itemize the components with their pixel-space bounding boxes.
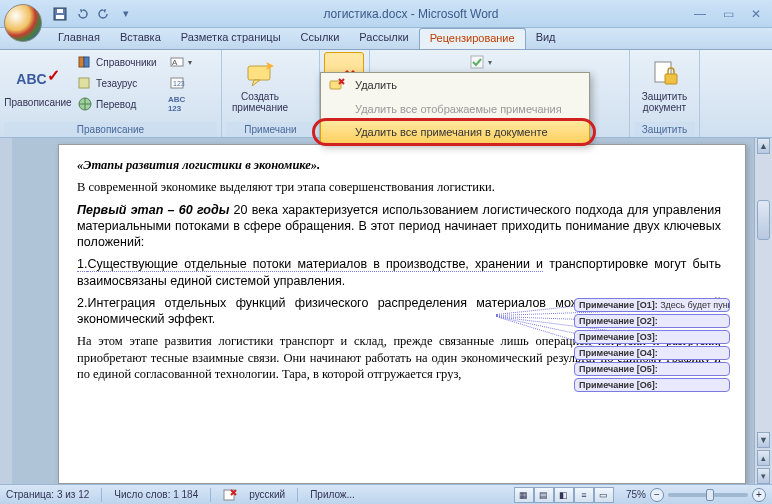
view-draft[interactable]: ▭: [594, 487, 614, 503]
balloon-1[interactable]: Примечание [О1]: Здесь будет пункт 1: [574, 298, 730, 312]
scroll-thumb[interactable]: [757, 200, 770, 240]
doc-p1: В современной экономике выделяют три эта…: [77, 179, 721, 195]
doc-p2: Первый этап – 60 годы 20 века характериз…: [77, 202, 721, 251]
group-comments: Создать примечание Примечани: [222, 50, 320, 137]
status-page[interactable]: Страница: 3 из 12: [6, 489, 89, 500]
zoom-control: 75% − +: [626, 488, 766, 502]
tab-review[interactable]: Рецензирование: [419, 28, 526, 49]
balloon-5[interactable]: Примечание [О5]:: [574, 362, 730, 376]
language-icon: A: [169, 54, 185, 70]
qat-dropdown-icon[interactable]: ▾: [118, 6, 134, 22]
scroll-down-icon[interactable]: ▼: [757, 432, 770, 448]
undo-icon[interactable]: [74, 6, 90, 22]
translate-button[interactable]: Перевод: [74, 94, 160, 114]
menu-delete-all-label: Удалить все примечания в документе: [355, 126, 548, 138]
group-protect: Защитить документ Защитить: [630, 50, 700, 137]
thesaurus-icon: [77, 75, 93, 91]
office-button[interactable]: [4, 4, 42, 42]
svg-rect-3: [79, 57, 84, 67]
minimize-button[interactable]: —: [688, 5, 712, 23]
tab-home[interactable]: Главная: [48, 28, 110, 49]
tab-mailings[interactable]: Рассылки: [349, 28, 418, 49]
view-buttons: ▦ ▤ ◧ ≡ ▭: [514, 487, 614, 503]
accept-icon: [469, 54, 485, 70]
balloon-3[interactable]: Примечание [О3]:: [574, 330, 730, 344]
spellcheck-icon: ABC✓: [22, 63, 54, 95]
close-button[interactable]: ✕: [744, 5, 768, 23]
document-area: «Этапы развития логистики в экономике». …: [0, 138, 772, 484]
svg-rect-5: [79, 78, 89, 88]
group-label-protect: Защитить: [634, 122, 695, 137]
page-container: «Этапы развития логистики в экономике». …: [12, 138, 754, 484]
menu-delete-shown-label: Удалить все отображаемые примечания: [355, 103, 562, 115]
svg-rect-17: [471, 56, 483, 68]
status-bar: Страница: 3 из 12 Число слов: 1 184 русс…: [0, 484, 772, 504]
accept-button[interactable]: ▾: [466, 52, 495, 72]
tab-references[interactable]: Ссылки: [291, 28, 350, 49]
svg-rect-2: [57, 9, 63, 13]
tab-layout[interactable]: Разметка страницы: [171, 28, 291, 49]
svg-rect-23: [330, 81, 341, 89]
lock-icon: [649, 57, 681, 89]
protect-button[interactable]: Защитить документ: [634, 52, 695, 118]
zoom-thumb[interactable]: [706, 489, 714, 501]
prev-page-icon[interactable]: ▴: [757, 450, 770, 466]
set-language-button[interactable]: A▾: [166, 52, 195, 72]
menu-delete-label: Удалить: [355, 79, 397, 91]
quick-access-toolbar: ▾: [52, 6, 134, 22]
doc-li1: 1.Существующие отдельные потоки материал…: [77, 256, 721, 289]
svg-text:A: A: [172, 58, 178, 67]
group-label-comments: Примечани: [226, 122, 315, 137]
menu-delete-all[interactable]: Удалить все примечания в документе: [320, 120, 590, 144]
svg-rect-1: [56, 15, 64, 19]
maximize-button[interactable]: ▭: [716, 5, 740, 23]
zoom-out-button[interactable]: −: [650, 488, 664, 502]
spelling-button[interactable]: ABC✓ Правописание: [4, 52, 72, 118]
ribbon-tabs: Главная Вставка Разметка страницы Ссылки…: [0, 28, 772, 50]
balloon-pane: Примечание [О1]: Здесь будет пункт 1 При…: [574, 298, 730, 394]
delete-comment-menu: Удалить Удалить все отображаемые примеча…: [320, 72, 590, 144]
left-margin: [0, 138, 12, 484]
book-icon: [77, 54, 93, 70]
status-insert[interactable]: Прилож...: [310, 489, 355, 500]
tab-insert[interactable]: Вставка: [110, 28, 171, 49]
next-page-icon[interactable]: ▾: [757, 468, 770, 484]
research-button[interactable]: Справочники: [74, 52, 160, 72]
translate-icon: [77, 96, 93, 112]
save-icon[interactable]: [52, 6, 68, 22]
view-web[interactable]: ◧: [554, 487, 574, 503]
status-proof-icon[interactable]: [223, 488, 237, 502]
abc-button[interactable]: ABC123: [166, 94, 195, 114]
vertical-scrollbar[interactable]: ▲ ▼ ▴ ▾: [754, 138, 772, 484]
balloon-2[interactable]: Примечание [О2]:: [574, 314, 730, 328]
status-words[interactable]: Число слов: 1 184: [114, 489, 198, 500]
doc-heading: «Этапы развития логистики в экономике».: [77, 157, 721, 173]
svg-rect-11: [248, 66, 270, 80]
zoom-in-button[interactable]: +: [752, 488, 766, 502]
zoom-value[interactable]: 75%: [626, 489, 646, 500]
view-fullscreen[interactable]: ▤: [534, 487, 554, 503]
svg-rect-22: [665, 74, 677, 84]
thesaurus-button[interactable]: Тезаурус: [74, 73, 160, 93]
word-count-button[interactable]: 123: [166, 73, 195, 93]
wordcount-icon: 123: [169, 75, 185, 91]
status-lang[interactable]: русский: [249, 489, 285, 500]
svg-rect-4: [84, 57, 89, 67]
view-outline[interactable]: ≡: [574, 487, 594, 503]
view-print-layout[interactable]: ▦: [514, 487, 534, 503]
group-label-proofing: Правописание: [4, 122, 217, 137]
tab-view[interactable]: Вид: [526, 28, 566, 49]
scroll-up-icon[interactable]: ▲: [757, 138, 770, 154]
window-controls: — ▭ ✕: [688, 5, 768, 23]
new-comment-button[interactable]: Создать примечание: [226, 52, 294, 118]
title-bar: ▾ логистика.docx - Microsoft Word — ▭ ✕: [0, 0, 772, 28]
redo-icon[interactable]: [96, 6, 112, 22]
balloon-6[interactable]: Примечание [О6]:: [574, 378, 730, 392]
menu-delete-shown: Удалить все отображаемые примечания: [321, 97, 589, 121]
menu-delete[interactable]: Удалить: [321, 73, 589, 97]
group-proofing: ABC✓ Правописание Справочники Тезаурус П…: [0, 50, 222, 137]
balloon-4[interactable]: Примечание [О4]:: [574, 346, 730, 360]
comment-new-icon: [244, 57, 276, 89]
delete-single-icon: [327, 78, 347, 92]
zoom-slider[interactable]: [668, 493, 748, 497]
